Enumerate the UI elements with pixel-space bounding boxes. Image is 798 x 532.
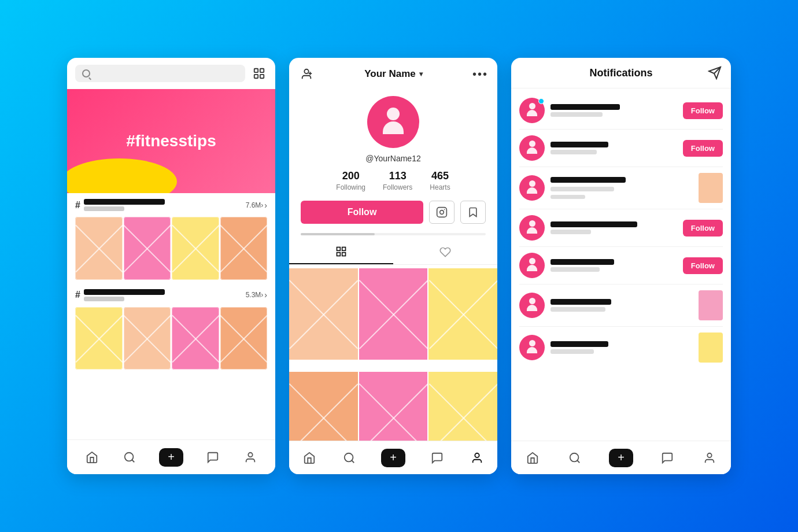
- svg-point-6: [249, 452, 253, 456]
- video-thumb[interactable]: [124, 307, 171, 370]
- notif-avatar[interactable]: [519, 215, 545, 241]
- follow-button[interactable]: Follow: [301, 201, 423, 224]
- create-button[interactable]: +: [381, 449, 405, 467]
- bookmark-button[interactable]: [460, 201, 486, 224]
- inbox-icon[interactable]: [205, 449, 221, 466]
- tab-liked[interactable]: [393, 240, 497, 264]
- profile-progress: [301, 233, 486, 235]
- hashtag-row-2[interactable]: # 5.3M›: [67, 283, 275, 304]
- notif-avatar[interactable]: [519, 253, 545, 278]
- svg-rect-3: [260, 75, 264, 78]
- hashtag-sub-bar-2: [84, 297, 124, 301]
- notif-avatar[interactable]: [519, 98, 545, 123]
- video-thumb[interactable]: [75, 307, 123, 370]
- follow-button-1[interactable]: Follow: [683, 102, 723, 119]
- avatar: [367, 96, 419, 148]
- svg-point-17: [345, 453, 353, 461]
- divider: [519, 246, 723, 247]
- profile-icon-active[interactable]: [469, 450, 485, 466]
- notifications-header: Notifications: [511, 58, 731, 88]
- notif-content: [551, 341, 693, 354]
- profile-video-thumb[interactable]: [359, 268, 428, 360]
- banner-text: #fitnesstips: [126, 132, 216, 150]
- notif-avatar[interactable]: [519, 335, 545, 360]
- search-icon[interactable]: [341, 450, 357, 466]
- profile-name: Your Name ▾: [364, 68, 423, 80]
- inbox-icon[interactable]: [659, 450, 675, 466]
- notif-thumbnail[interactable]: [699, 173, 723, 203]
- profile-header: Your Name ▾ •••: [289, 58, 497, 90]
- expand-icon[interactable]: [251, 65, 267, 82]
- video-thumb[interactable]: [220, 217, 268, 280]
- svg-line-18: [352, 460, 354, 463]
- follow-button-5[interactable]: Follow: [683, 257, 723, 274]
- following-stat: 200 Following: [336, 170, 365, 191]
- svg-point-11: [440, 210, 444, 215]
- svg-rect-1: [260, 69, 264, 72]
- video-thumb[interactable]: [124, 217, 171, 280]
- notif-thumbnail[interactable]: [699, 290, 723, 320]
- home-icon[interactable]: [301, 450, 317, 466]
- svg-rect-2: [254, 75, 258, 78]
- notification-item: Follow: [511, 248, 731, 283]
- add-user-icon[interactable]: [298, 66, 315, 82]
- profile-stats: 200 Following 113 Followers 465 Hearts: [336, 170, 450, 191]
- instagram-link-button[interactable]: [429, 201, 455, 224]
- content-area: # 7.6M›: [67, 193, 275, 474]
- banner: #fitnesstips: [67, 89, 275, 193]
- svg-point-20: [570, 453, 579, 461]
- divider: [519, 326, 723, 327]
- divider: [519, 209, 723, 209]
- dropdown-chevron[interactable]: ▾: [419, 70, 423, 78]
- home-icon[interactable]: [524, 450, 541, 466]
- more-options-icon[interactable]: •••: [472, 68, 488, 81]
- create-button[interactable]: +: [159, 448, 183, 467]
- inbox-icon[interactable]: [429, 450, 445, 466]
- send-icon[interactable]: [708, 66, 722, 80]
- notif-thumbnail[interactable]: [699, 332, 723, 363]
- tab-videos[interactable]: [289, 240, 393, 264]
- video-grid-1: [67, 213, 275, 283]
- profile-video-thumb[interactable]: [289, 268, 358, 360]
- hashtag-count-1: 7.6M›: [246, 201, 267, 210]
- hash-symbol-1: #: [75, 200, 80, 210]
- video-thumb[interactable]: [220, 307, 268, 370]
- svg-rect-13: [337, 247, 341, 251]
- follow-button-4[interactable]: Follow: [683, 220, 723, 237]
- search-icon[interactable]: [567, 450, 583, 466]
- unread-dot: [538, 98, 544, 104]
- followers-stat: 113 Followers: [383, 170, 412, 191]
- profile-video-thumb[interactable]: [428, 268, 497, 360]
- divider: [519, 129, 723, 130]
- notification-item: Follow: [511, 210, 731, 245]
- hashtag-row-1[interactable]: # 7.6M›: [67, 193, 275, 213]
- svg-point-12: [444, 209, 445, 210]
- create-button[interactable]: +: [609, 449, 633, 467]
- discover-icon[interactable]: [121, 449, 138, 466]
- svg-line-21: [577, 460, 579, 463]
- notification-item: [511, 168, 731, 208]
- notif-avatar[interactable]: [519, 135, 545, 161]
- search-bar[interactable]: [75, 65, 245, 82]
- svg-rect-16: [342, 253, 346, 256]
- follow-button-2[interactable]: Follow: [683, 140, 723, 157]
- notif-content: [551, 259, 677, 272]
- svg-point-22: [708, 453, 712, 457]
- notif-content: [551, 104, 677, 117]
- video-thumb[interactable]: [172, 307, 219, 370]
- notif-avatar[interactable]: [519, 175, 545, 201]
- profile-icon[interactable]: [242, 449, 258, 466]
- video-thumb[interactable]: [172, 217, 219, 280]
- hashtag-title-bar-2: [84, 289, 165, 295]
- notif-content: [551, 177, 693, 199]
- profile-icon[interactable]: [701, 450, 718, 466]
- svg-rect-0: [254, 69, 258, 72]
- home-icon[interactable]: [84, 449, 100, 466]
- profile-actions: Follow: [301, 201, 486, 224]
- hashtag-title-bar-1: [84, 199, 165, 205]
- screen-discover: #fitnesstips # 7.6M›: [67, 58, 275, 474]
- profile-section: @YourName12 200 Following 113 Followers …: [289, 90, 497, 233]
- notif-avatar[interactable]: [519, 293, 545, 318]
- video-thumb[interactable]: [75, 217, 123, 280]
- notif-content: [551, 142, 677, 154]
